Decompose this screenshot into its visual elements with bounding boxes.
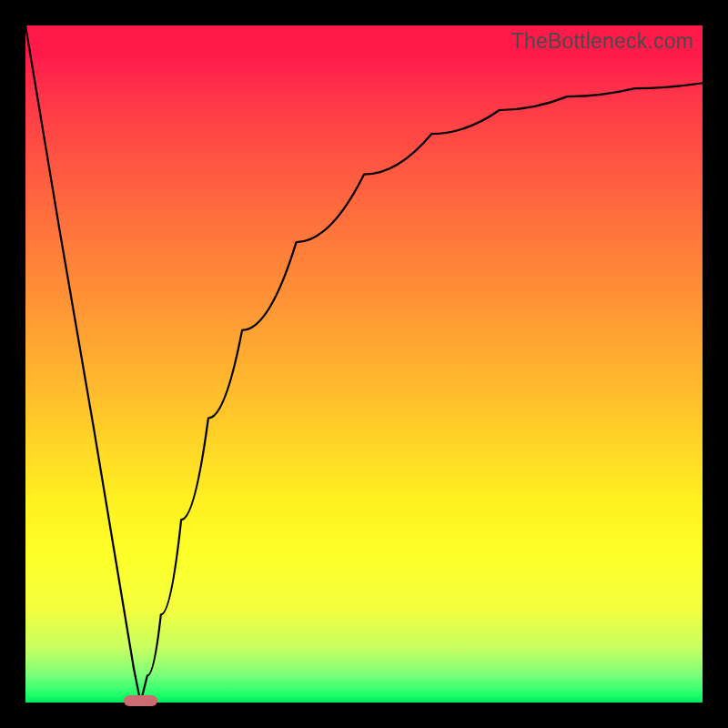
plot-area: TheBottleneck.com xyxy=(25,25,703,703)
chart-frame: TheBottleneck.com xyxy=(0,0,728,728)
bottleneck-curve xyxy=(25,25,703,703)
attribution-label: TheBottleneck.com xyxy=(511,29,693,54)
optimum-marker xyxy=(124,695,157,706)
curve-path xyxy=(25,25,703,703)
